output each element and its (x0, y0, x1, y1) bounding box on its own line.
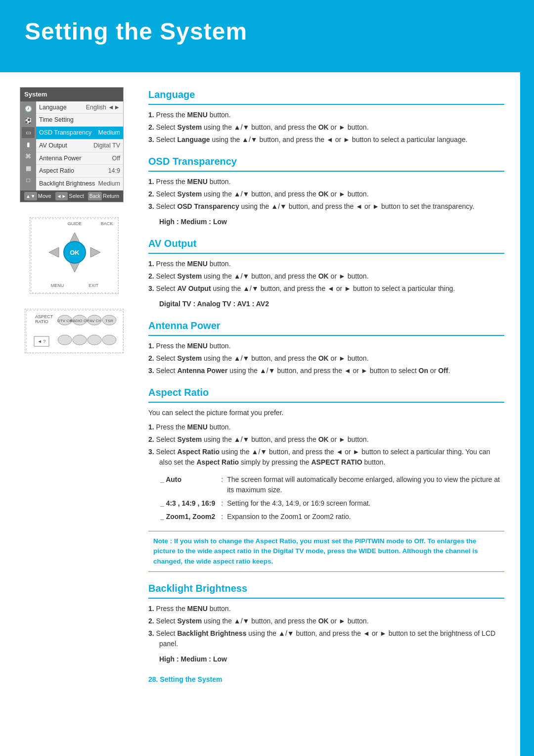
main-wrapper: System 🕗 ⚽ ▭ ▮ ⌘ ▦ □ (0, 72, 534, 700)
menu-icon-language: 🕗 (22, 103, 35, 114)
aspect-steps: 1. Press the MENU button. 2. Select Syst… (148, 422, 504, 468)
language-step-1: 1. Press the MENU button. (148, 110, 504, 120)
antenna-step-2: 2. Select System using the ▲/▼ button, a… (148, 353, 504, 364)
page-title: Setting the System (25, 14, 514, 49)
backlight-steps: 1. Press the MENU button. 2. Select Syst… (148, 604, 504, 649)
aspect-buttons-panel: ASPECT RATIO DTV CH RADIO CH FAV CH TSR (20, 309, 129, 353)
right-accent-bar (520, 72, 534, 756)
section-title-backlight: Backlight Brightness (148, 581, 504, 599)
svg-text:ASPECT: ASPECT (35, 314, 53, 319)
backlight-step-3: 3. Select Backlight Brightness using the… (148, 628, 504, 649)
svg-text:GUIDE: GUIDE (68, 221, 82, 226)
menu-body: 🕗 ⚽ ▭ ▮ ⌘ ▦ □ Language English ◄► (20, 101, 123, 190)
page-header: Setting the System (0, 0, 534, 63)
system-menu-box: System 🕗 ⚽ ▭ ▮ ⌘ ▦ □ (20, 87, 124, 202)
remote-svg: GUIDE BACK OK (30, 217, 119, 294)
osd-note: High : Medium : Low (148, 217, 504, 227)
osd-steps: 1. Press the MENU button. 2. Select Syst… (148, 177, 504, 212)
language-step-2: 2. Select System using the ▲/▼ button, a… (148, 122, 504, 133)
antenna-step-1: 1. Press the MENU button. (148, 341, 504, 351)
svg-text:RADIO CH: RADIO CH (70, 319, 89, 323)
osd-step-1: 1. Press the MENU button. (148, 177, 504, 187)
backlight-note: High : Medium : Low (148, 654, 504, 664)
menu-icon-osd: ▭ (22, 127, 35, 138)
menu-row-backlight: Backlight Brightness Medium (36, 178, 123, 190)
av-step-3: 3. Select AV Output using the ▲/▼ button… (148, 284, 504, 294)
aspect-auto-row: _ Auto : The screen format will automati… (160, 473, 503, 496)
aspect-step-1: 1. Press the MENU button. (148, 422, 504, 432)
aspect-step-3: 3. Select Aspect Ratio using the ▲/▼ but… (148, 447, 504, 468)
section-title-language: Language (148, 87, 504, 105)
svg-marker-4 (49, 247, 59, 257)
backlight-step-2: 2. Select System using the ▲/▼ button, a… (148, 616, 504, 626)
menu-row-antenna: Antenna Power Off (36, 152, 123, 165)
menu-row-timesetting: Time Setting (36, 114, 123, 127)
backlight-step-1: 1. Press the MENU button. (148, 604, 504, 614)
aspect-panel-svg: ASPECT RATIO DTV CH RADIO CH FAV CH TSR (25, 309, 124, 353)
svg-text:◄ ?: ◄ ? (38, 339, 45, 344)
svg-text:TSR: TSR (105, 319, 113, 323)
page-reference: 28. Setting the System (148, 674, 504, 685)
language-step-3: 3. Select Language using the ▲/▼ button,… (148, 135, 504, 145)
av-note: Digital TV : Analog TV : AV1 : AV2 (148, 299, 504, 309)
menu-icon-antenna: ⌘ (22, 151, 35, 162)
menu-row-aspect: Aspect Ratio 14:9 (36, 165, 123, 178)
svg-text:OK: OK (70, 249, 80, 256)
svg-point-22 (73, 335, 87, 345)
av-steps: 1. Press the MENU button. 2. Select Syst… (148, 259, 504, 294)
svg-text:MENU: MENU (51, 283, 64, 288)
menu-row-language: Language English ◄► (36, 101, 123, 114)
header-blue-bar (0, 63, 534, 72)
menu-icons: 🕗 ⚽ ▭ ▮ ⌘ ▦ □ (20, 101, 36, 190)
aspect-ratio-table: _ Auto : The screen format will automati… (159, 472, 504, 524)
menu-title: System (20, 88, 123, 101)
left-column: System 🕗 ⚽ ▭ ▮ ⌘ ▦ □ (20, 87, 129, 685)
av-step-1: 1. Press the MENU button. (148, 259, 504, 269)
section-title-antenna: Antenna Power (148, 318, 504, 336)
osd-step-2: 2. Select System using the ▲/▼ button, a… (148, 189, 504, 199)
aspect-ratio-row: _ 4:3 , 14:9 , 16:9 : Setting for the 4:… (160, 497, 503, 510)
menu-footer: ▲▼ Move ◄► Select Back Return (20, 190, 123, 202)
menu-rows: Language English ◄► Time Setting OSD Tra… (36, 101, 123, 190)
av-step-2: 2. Select System using the ▲/▼ button, a… (148, 271, 504, 282)
menu-row-avoutput: AV Output Digital TV (36, 140, 123, 152)
svg-text:BACK: BACK (101, 221, 113, 226)
svg-text:RATIO: RATIO (35, 319, 48, 324)
right-column: Language 1. Press the MENU button. 2. Se… (138, 87, 504, 685)
menu-icon-time: ⚽ (22, 115, 35, 126)
menu-icon-av: ▮ (22, 139, 35, 150)
antenna-step-3: 3. Select Antenna Power using the ▲/▼ bu… (148, 366, 504, 376)
content-area: System 🕗 ⚽ ▭ ▮ ⌘ ▦ □ (0, 72, 534, 700)
svg-marker-5 (90, 247, 100, 257)
aspect-warning-box: Note : If you wish to change the Aspect … (148, 531, 504, 572)
menu-icon-backlight: □ (22, 175, 35, 186)
section-title-aspect: Aspect Ratio (148, 385, 504, 403)
menu-row-osd: OSD Transparency Medium (36, 127, 123, 140)
svg-point-24 (102, 335, 116, 345)
language-steps: 1. Press the MENU button. 2. Select Syst… (148, 110, 504, 145)
osd-step-3: 3. Select OSD Transparency using the ▲/▼… (148, 201, 504, 212)
aspect-intro: You can select the picture format you pr… (148, 408, 504, 418)
svg-text:FAV CH: FAV CH (88, 319, 102, 323)
svg-text:EXIT: EXIT (89, 283, 99, 288)
page-container: Setting the System System 🕗 ⚽ ▭ ▮ ⌘ (0, 0, 534, 700)
remote-control-diagram: GUIDE BACK OK (20, 217, 129, 294)
svg-point-23 (88, 335, 101, 345)
antenna-steps: 1. Press the MENU button. 2. Select Syst… (148, 341, 504, 376)
svg-point-21 (58, 335, 72, 345)
aspect-zoom-row: _ Zoom1, Zoom2 : Expansion to the Zoom1 … (160, 511, 503, 523)
section-title-osd: OSD Transparency (148, 154, 504, 172)
menu-icon-aspect: ▦ (22, 163, 35, 174)
section-title-av: AV Output (148, 236, 504, 254)
aspect-step-2: 2. Select System using the ▲/▼ button, a… (148, 434, 504, 445)
